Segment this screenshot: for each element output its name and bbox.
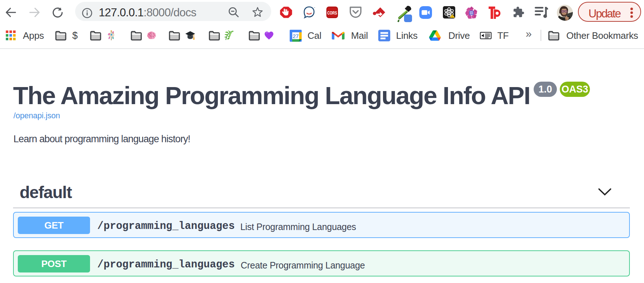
svg-text:27: 27	[293, 33, 299, 39]
svg-text:CORS: CORS	[327, 10, 337, 16]
